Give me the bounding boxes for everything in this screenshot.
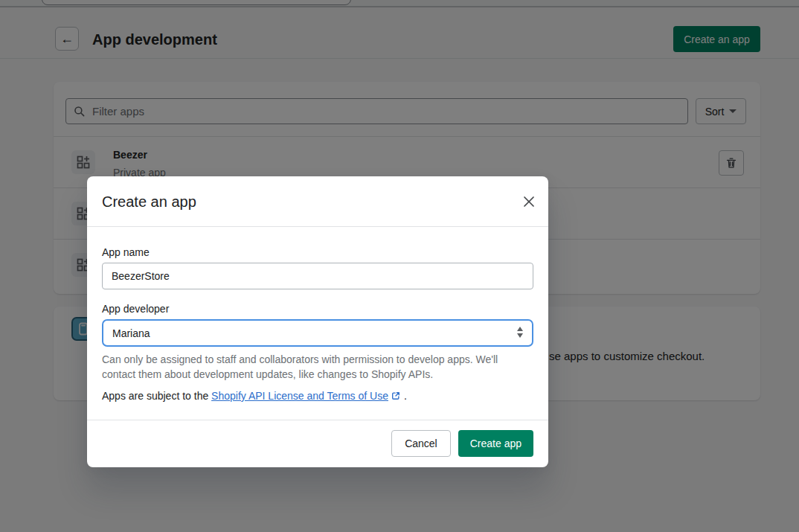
app-developer-select[interactable]: Mariana (102, 319, 533, 347)
app-name-input[interactable] (102, 263, 533, 289)
app-developer-label: App developer (102, 301, 533, 316)
app-name-label: App name (102, 245, 533, 260)
terms-suffix: . (404, 390, 407, 402)
terms-prefix: Apps are subject to the (102, 390, 211, 402)
modal-header: Create an app (87, 176, 548, 227)
modal-footer: Cancel Create app (87, 420, 548, 467)
close-modal-button[interactable] (520, 193, 538, 211)
modal-title: Create an app (102, 193, 196, 211)
create-app-modal: Create an app App name App developer Mar… (87, 176, 548, 467)
terms-of-use-link[interactable]: Shopify API License and Terms of Use (211, 390, 388, 402)
terms-line: Apps are subject to the Shopify API Lice… (102, 388, 533, 404)
close-icon (523, 196, 535, 208)
external-link-icon (391, 389, 400, 404)
app-developer-selected-value: Mariana (112, 327, 150, 339)
cancel-button[interactable]: Cancel (391, 430, 451, 457)
create-app-submit-button[interactable]: Create app (458, 430, 533, 457)
developer-help-text: Can only be assigned to staff and collab… (102, 352, 533, 382)
modal-body: App name App developer Mariana Can only … (87, 227, 548, 404)
select-updown-icon (517, 327, 523, 338)
